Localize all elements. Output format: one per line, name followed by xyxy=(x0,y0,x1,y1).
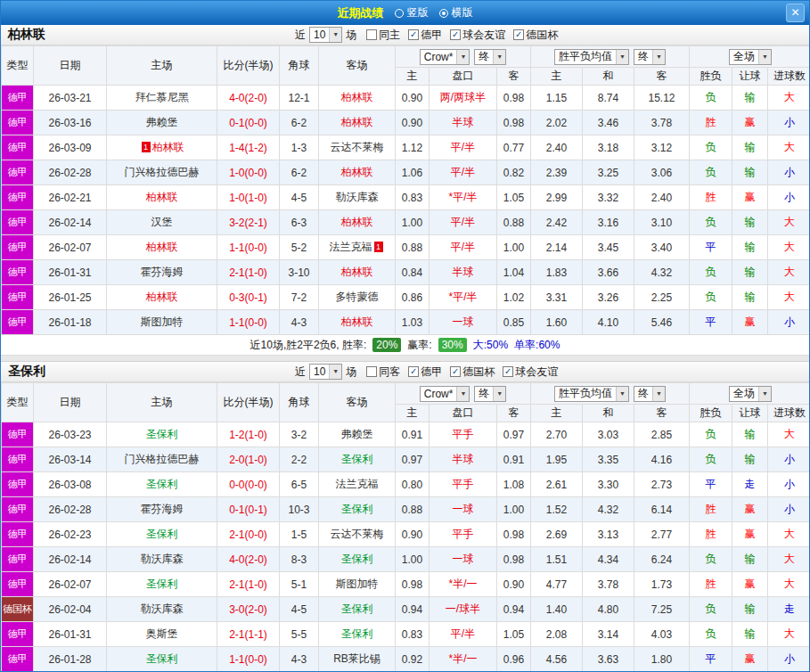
match-score[interactable]: 2-1(0-0) xyxy=(217,522,280,547)
col-home: 主场 xyxy=(107,383,217,422)
home-team-cell[interactable]: 斯图加特 xyxy=(107,310,217,335)
away-team-cell[interactable]: 弗赖堡 xyxy=(319,422,396,447)
scope-select[interactable]: 全场 ▼ xyxy=(729,49,772,65)
home-team-cell[interactable]: 弗赖堡 xyxy=(107,111,217,135)
home-team-cell[interactable]: 圣保利 xyxy=(107,572,217,597)
euro-draw-odds: 3.45 xyxy=(583,235,634,260)
home-team-cell[interactable]: 门兴格拉德巴赫 xyxy=(107,447,217,472)
match-score[interactable]: 2-1(1-0) xyxy=(217,260,280,285)
match-score[interactable]: 1-4(1-2) xyxy=(217,135,280,160)
match-row: 德甲26-01-28圣保利1-1(0-0)4-3RB莱比锡0.92*半/一0.9… xyxy=(2,647,810,672)
away-team-cell[interactable]: 云达不莱梅 xyxy=(319,522,396,547)
asian-odds-filter-cell: Crow* ▼ 终 ▼ xyxy=(396,383,531,405)
euro-odds-source-select[interactable]: 胜平负均值 ▼ xyxy=(554,386,629,402)
match-score[interactable]: 0-0(0-0) xyxy=(217,472,280,497)
filter-checkbox[interactable]: ✓德国杯 xyxy=(450,365,495,380)
col-euro-away: 客 xyxy=(634,405,690,422)
filter-checkbox[interactable]: ✓球会友谊 xyxy=(503,365,558,380)
games-count-select[interactable]: 10 ▼ xyxy=(309,364,342,380)
home-team-cell[interactable]: 霍芬海姆 xyxy=(107,260,217,285)
home-team-cell[interactable]: 圣保利 xyxy=(107,522,217,547)
match-score[interactable]: 1-1(0-0) xyxy=(217,647,280,672)
home-team-cell[interactable]: 奥斯堡 xyxy=(107,622,217,647)
away-team-cell[interactable]: 柏林联 xyxy=(319,111,396,135)
euro-odds-time-select[interactable]: 终 ▼ xyxy=(634,49,666,65)
close-icon[interactable]: ✕ xyxy=(786,4,805,22)
match-date: 26-02-23 xyxy=(34,522,107,547)
asian-home-odds: 0.83 xyxy=(396,185,430,210)
away-team-cell[interactable]: 圣保利 xyxy=(319,447,396,472)
filter-checkbox[interactable]: 同主 xyxy=(366,28,400,43)
away-team-cell[interactable]: 圣保利 xyxy=(319,622,396,647)
match-score[interactable]: 0-1(0-1) xyxy=(217,497,280,522)
league-type-badge: 德甲 xyxy=(2,135,34,160)
match-score[interactable]: 2-0(1-0) xyxy=(217,447,280,472)
match-score[interactable]: 2-1(1-0) xyxy=(217,572,280,597)
home-team-cell[interactable]: 汉堡 xyxy=(107,210,217,235)
match-score[interactable]: 4-0(2-0) xyxy=(217,86,280,111)
away-team-cell[interactable]: 勒沃库森 xyxy=(319,185,396,210)
euro-home-odds: 1.51 xyxy=(531,547,583,572)
league-type-badge: 德甲 xyxy=(2,260,34,285)
match-score[interactable]: 1-1(0-0) xyxy=(217,235,280,260)
match-score[interactable]: 1-1(0-0) xyxy=(217,310,280,335)
home-team-cell[interactable]: 圣保利 xyxy=(107,472,217,497)
home-team-cell[interactable]: 拜仁慕尼黑 xyxy=(107,86,217,111)
away-team-cell[interactable]: 圣保利 xyxy=(319,597,396,622)
match-score[interactable]: 3-0(2-0) xyxy=(217,597,280,622)
bookmaker-select[interactable]: Crow* ▼ xyxy=(420,386,470,402)
home-team-cell[interactable]: 圣保利 xyxy=(107,422,217,447)
home-team-cell[interactable]: 柏林联 xyxy=(107,285,217,310)
away-team-cell[interactable]: 斯图加特 xyxy=(319,572,396,597)
filter-checkbox[interactable]: 同客 xyxy=(366,365,400,380)
home-team-cell[interactable]: 1柏林联 xyxy=(107,135,217,160)
filter-checkbox[interactable]: ✓德甲 xyxy=(408,365,442,380)
home-team-cell[interactable]: 圣保利 xyxy=(107,647,217,672)
match-score[interactable]: 1-0(0-0) xyxy=(217,160,280,185)
match-row: 德甲26-01-25柏林联0-3(0-1)7-2多特蒙德0.86*平/半1.02… xyxy=(2,285,810,310)
away-team-cell[interactable]: 法兰克福 xyxy=(319,472,396,497)
filter-checkbox[interactable]: ✓德甲 xyxy=(408,28,442,43)
checkbox-unchecked-icon xyxy=(366,29,377,40)
away-team-cell[interactable]: 云达不莱梅 xyxy=(319,135,396,160)
euro-odds-source-select[interactable]: 胜平负均值 ▼ xyxy=(554,49,629,65)
asian-odds-time-select[interactable]: 终 ▼ xyxy=(474,49,506,65)
match-score[interactable]: 1-0(1-0) xyxy=(217,185,280,210)
games-count-select[interactable]: 10 ▼ xyxy=(309,27,342,43)
layout-radio-vertical[interactable]: 竖版 xyxy=(395,5,429,20)
home-team-cell[interactable]: 柏林联 xyxy=(107,235,217,260)
away-team-cell[interactable]: 法兰克福1 xyxy=(319,235,396,260)
match-score[interactable]: 4-0(2-0) xyxy=(217,547,280,572)
away-team-cell[interactable]: 柏林联 xyxy=(319,86,396,111)
col-asian-away: 客 xyxy=(497,68,531,86)
home-team-cell[interactable]: 柏林联 xyxy=(107,185,217,210)
home-team-cell[interactable]: 勒沃库森 xyxy=(107,597,217,622)
layout-radio-horizontal[interactable]: 横版 xyxy=(439,5,473,20)
home-team-cell[interactable]: 门兴格拉德巴赫 xyxy=(107,160,217,185)
match-score[interactable]: 0-3(0-1) xyxy=(217,285,280,310)
euro-odds-time-select[interactable]: 终 ▼ xyxy=(634,386,666,402)
away-team-cell[interactable]: 柏林联 xyxy=(319,260,396,285)
home-team-cell[interactable]: 勒沃库森 xyxy=(107,547,217,572)
match-score[interactable]: 3-2(2-1) xyxy=(217,210,280,235)
away-team-cell[interactable]: 圣保利 xyxy=(319,497,396,522)
away-team-cell[interactable]: 多特蒙德 xyxy=(319,285,396,310)
match-score[interactable]: 2-1(1-1) xyxy=(217,622,280,647)
away-team-cell[interactable]: 柏林联 xyxy=(319,210,396,235)
asian-away-odds: 1.05 xyxy=(497,622,531,647)
bookmaker-select[interactable]: Crow* ▼ xyxy=(420,49,470,65)
filter-checkbox[interactable]: ✓球会友谊 xyxy=(450,28,505,43)
away-team-cell[interactable]: 圣保利 xyxy=(319,547,396,572)
away-team-cell[interactable]: RB莱比锡 xyxy=(319,647,396,672)
match-score[interactable]: 1-2(1-0) xyxy=(217,422,280,447)
col-handicap-result: 让球 xyxy=(732,405,768,422)
match-date: 26-02-14 xyxy=(34,547,107,572)
away-team-cell[interactable]: 柏林联 xyxy=(319,160,396,185)
scope-select[interactable]: 全场 ▼ xyxy=(729,386,772,402)
away-team-cell[interactable]: 柏林联 xyxy=(319,310,396,335)
filter-checkbox[interactable]: ✓德国杯 xyxy=(513,28,558,43)
asian-odds-time-select[interactable]: 终 ▼ xyxy=(474,386,506,402)
corner-count: 6-2 xyxy=(280,160,319,185)
home-team-cell[interactable]: 霍芬海姆 xyxy=(107,497,217,522)
match-score[interactable]: 0-1(0-0) xyxy=(217,111,280,135)
